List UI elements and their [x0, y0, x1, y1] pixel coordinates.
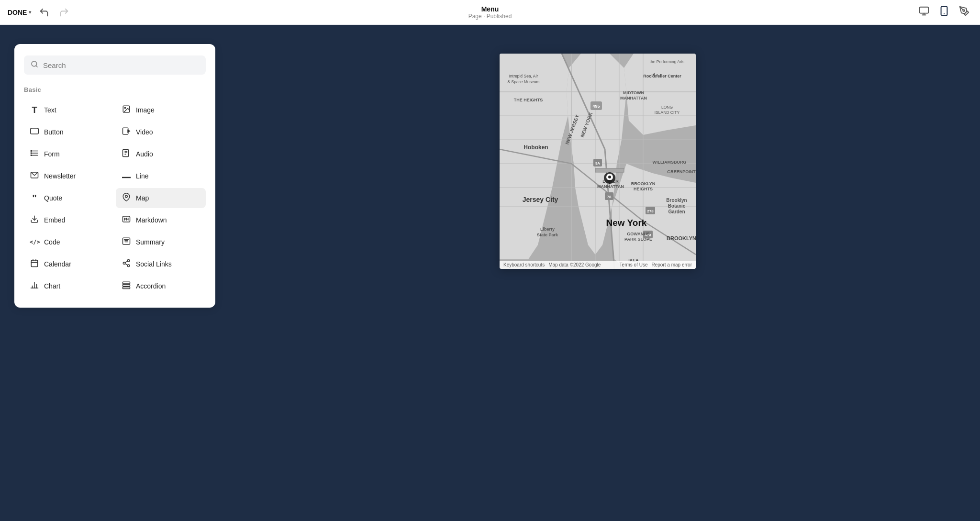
svg-text:BROOKLYN: BROOKLYN: [631, 181, 656, 186]
item-form-label: Form: [44, 150, 60, 158]
pen-tool-button[interactable]: [956, 3, 972, 22]
map-container: 495 9A 78 278 478 THE HEIGHTS MIDTOWN MA…: [500, 54, 696, 269]
item-line[interactable]: Line: [116, 166, 206, 186]
svg-rect-0: [920, 7, 928, 13]
item-video[interactable]: Video: [116, 122, 206, 142]
item-calendar-label: Calendar: [44, 260, 71, 268]
svg-text:WILLIAMSBURG: WILLIAMSBURG: [653, 160, 687, 165]
markdown-icon: [122, 215, 131, 225]
item-newsletter[interactable]: Newsletter: [24, 166, 114, 186]
page-subtitle: Page · Published: [468, 13, 512, 20]
section-label: Basic: [24, 86, 206, 93]
item-social-links[interactable]: Social Links: [116, 254, 206, 274]
svg-point-9: [124, 107, 125, 108]
svg-text:495: 495: [592, 104, 600, 109]
svg-text:THE HEIGHTS: THE HEIGHTS: [514, 98, 543, 102]
topbar: DONE ▾ Menu Page · Published: [0, 0, 980, 25]
svg-text:GREENPOINT: GREENPOINT: [667, 169, 696, 174]
map-footer: Keyboard shortcuts Map data ©2022 Google…: [500, 261, 696, 269]
item-calendar[interactable]: Calendar: [24, 254, 114, 274]
svg-text:LONG: LONG: [661, 105, 673, 110]
items-grid: T Text Image Button Video: [24, 100, 206, 296]
search-box[interactable]: [24, 55, 206, 75]
item-chart-label: Chart: [44, 282, 60, 290]
quote-icon: ": [30, 193, 39, 203]
map-svg: 495 9A 78 278 478 THE HEIGHTS MIDTOWN MA…: [500, 54, 696, 269]
svg-text:GOWANUS: GOWANUS: [627, 232, 650, 236]
item-map-label: Map: [136, 194, 149, 202]
accordion-icon: [122, 281, 131, 291]
item-map[interactable]: Map: [116, 188, 206, 208]
topbar-center: Menu Page · Published: [468, 5, 512, 20]
svg-rect-63: [595, 168, 624, 172]
item-image[interactable]: Image: [116, 100, 206, 120]
svg-text:& Space Museum: & Space Museum: [507, 79, 539, 84]
terms-of-use[interactable]: Terms of Use: [620, 262, 648, 267]
newsletter-icon: [30, 171, 39, 181]
svg-rect-10: [31, 128, 39, 134]
line-icon: [122, 172, 131, 180]
item-audio[interactable]: Audio: [116, 144, 206, 164]
svg-rect-47: [123, 287, 130, 289]
svg-rect-18: [31, 155, 32, 156]
audio-icon: [122, 149, 131, 159]
search-input[interactable]: [43, 61, 199, 69]
topbar-left: DONE ▾: [8, 5, 71, 20]
desktop-view-button[interactable]: [916, 3, 932, 22]
item-markdown[interactable]: Markdown: [116, 210, 206, 230]
svg-text:MANHATTAN: MANHATTAN: [597, 184, 624, 189]
search-icon: [31, 60, 38, 70]
svg-text:HEIGHTS: HEIGHTS: [634, 187, 653, 191]
item-form[interactable]: Form: [24, 144, 114, 164]
summary-icon: [122, 237, 131, 247]
svg-text:MIDTOWN: MIDTOWN: [623, 90, 644, 95]
svg-line-39: [125, 264, 127, 265]
video-icon: [122, 127, 131, 137]
svg-text:Jersey City: Jersey City: [523, 196, 558, 203]
svg-line-40: [125, 261, 127, 263]
item-summary-label: Summary: [136, 238, 165, 246]
redo-button[interactable]: [57, 5, 71, 20]
item-summary[interactable]: Summary: [116, 232, 206, 252]
svg-text:Hoboken: Hoboken: [523, 144, 548, 151]
item-quote[interactable]: " Quote: [24, 188, 114, 208]
keyboard-shortcuts[interactable]: Keyboard shortcuts: [503, 262, 545, 267]
done-button[interactable]: DONE ▾: [8, 9, 31, 16]
done-label: DONE: [8, 9, 27, 16]
report-error[interactable]: Report a map error: [652, 262, 692, 267]
item-text[interactable]: T Text: [24, 100, 114, 120]
svg-text:New York: New York: [606, 218, 647, 228]
item-accordion[interactable]: Accordion: [116, 276, 206, 296]
svg-rect-45: [123, 282, 130, 284]
item-button[interactable]: Button: [24, 122, 114, 142]
item-markdown-label: Markdown: [136, 216, 167, 224]
item-newsletter-label: Newsletter: [44, 172, 76, 180]
item-code-label: Code: [44, 238, 60, 246]
text-icon: T: [30, 105, 39, 115]
map-area: 495 9A 78 278 478 THE HEIGHTS MIDTOWN MA…: [215, 44, 980, 521]
item-social-links-label: Social Links: [136, 260, 172, 268]
svg-point-5: [963, 10, 965, 11]
item-image-label: Image: [136, 106, 155, 114]
svg-text:MANHATTAN: MANHATTAN: [620, 96, 647, 100]
svg-rect-46: [123, 285, 130, 287]
item-accordion-label: Accordion: [136, 282, 166, 290]
item-code[interactable]: </> Code: [24, 232, 114, 252]
svg-rect-11: [123, 128, 128, 134]
code-icon: </>: [30, 239, 39, 245]
image-icon: [122, 105, 131, 115]
embed-icon: [30, 215, 39, 225]
mobile-view-button[interactable]: [936, 3, 952, 22]
page-title: Menu: [468, 5, 512, 13]
svg-text:Garden: Garden: [668, 209, 685, 214]
svg-text:78: 78: [607, 195, 612, 199]
map-footer-left: Keyboard shortcuts Map data ©2022 Google: [503, 262, 601, 267]
undo-button[interactable]: [37, 5, 51, 20]
svg-text:PARK SLOPE: PARK SLOPE: [624, 237, 652, 242]
item-chart[interactable]: Chart: [24, 276, 114, 296]
item-embed[interactable]: Embed: [24, 210, 114, 230]
social-links-icon: [122, 259, 131, 269]
svg-point-106: [608, 176, 611, 178]
svg-rect-32: [31, 260, 38, 267]
map-footer-right: Terms of Use Report a map error: [620, 262, 692, 267]
